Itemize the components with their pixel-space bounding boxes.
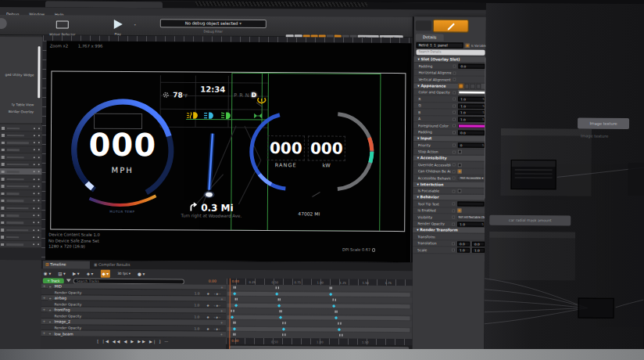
- eye-icon[interactable]: [34, 171, 35, 173]
- property-bind-box[interactable]: [452, 249, 455, 252]
- details-value-field[interactable]: 1.0: [458, 97, 485, 102]
- transport-control-1[interactable]: |◀: [102, 339, 110, 344]
- lock-icon[interactable]: [38, 178, 40, 180]
- eye-icon[interactable]: [34, 142, 35, 143]
- window-tab[interactable]: [45, 1, 163, 8]
- hierarchy-row[interactable]: [0, 168, 42, 176]
- widget-reflector-button[interactable]: Widget Reflector: [45, 16, 80, 34]
- hierarchy-row[interactable]: [0, 124, 42, 132]
- add-track-button[interactable]: + Track: [43, 278, 64, 283]
- property-bind-box[interactable]: [453, 144, 456, 147]
- sequencer-toolbar-icon-0[interactable]: ◉ ▾: [44, 269, 51, 277]
- eye-icon[interactable]: [34, 157, 35, 158]
- property-bind-box[interactable]: [453, 164, 456, 167]
- eye-icon[interactable]: [33, 200, 34, 202]
- details-value-field-x[interactable]: 0.0: [457, 241, 470, 246]
- is-variable-checkbox[interactable]: [466, 44, 470, 48]
- hierarchy-row[interactable]: [0, 190, 42, 198]
- add-section-icon[interactable]: +: [220, 286, 224, 290]
- property-bind-box[interactable]: [452, 222, 455, 225]
- transport-control-5[interactable]: ▶▶: [138, 339, 147, 344]
- eye-icon[interactable]: [34, 178, 35, 180]
- sequencer-toolbar-icon-1[interactable]: ▤ ▾: [58, 269, 66, 277]
- dpi-settings-icon[interactable]: [372, 248, 376, 252]
- palette-item-1[interactable]: ty Table View: [12, 103, 34, 106]
- eye-icon[interactable]: [34, 149, 35, 151]
- details-value-field-x[interactable]: 1.0: [457, 248, 470, 253]
- add-keyframe-icon[interactable]: ◆: [207, 315, 209, 319]
- transport-control-4[interactable]: ▶: [131, 339, 135, 344]
- details-search-input[interactable]: Search Details: [417, 49, 485, 55]
- add-keyframe-icon[interactable]: ◆: [207, 292, 209, 296]
- keyframe-marker[interactable]: [233, 292, 236, 295]
- property-bind-box[interactable]: [453, 117, 456, 121]
- lock-icon[interactable]: [38, 193, 39, 194]
- details-value-field-y[interactable]: 1.0: [472, 248, 485, 253]
- align-button-2[interactable]: [470, 84, 475, 89]
- details-value-field-y[interactable]: 0.0: [472, 241, 485, 246]
- eye-icon[interactable]: [33, 236, 34, 238]
- details-value-field[interactable]: 1.0: [457, 221, 484, 226]
- align-button-0[interactable]: [458, 84, 463, 89]
- sequencer-toolbar-icon-6[interactable]: ● ▾: [138, 270, 145, 278]
- details-value-field[interactable]: 0.0: [458, 130, 485, 135]
- transport-control-3[interactable]: ◀: [123, 339, 128, 344]
- expander-icon[interactable]: +: [43, 308, 46, 312]
- hierarchy-row[interactable]: [0, 204, 41, 212]
- lock-icon[interactable]: [38, 149, 40, 151]
- designer-mode-button[interactable]: [433, 19, 469, 32]
- property-bind-box[interactable]: [452, 203, 455, 206]
- hierarchy-row[interactable]: [0, 146, 42, 154]
- property-bind-box[interactable]: [453, 78, 456, 81]
- details-value-field[interactable]: 0: [458, 143, 485, 148]
- details-value-field[interactable]: 0.0: [458, 64, 485, 69]
- palette-item-2[interactable]: Border Overlay: [9, 110, 34, 113]
- eye-icon[interactable]: [33, 214, 34, 216]
- filter-icon[interactable]: [66, 279, 71, 282]
- sequencer-toolbar-icon-2[interactable]: ▶ ▾: [73, 270, 80, 278]
- lock-icon[interactable]: [38, 207, 39, 209]
- add-keyframe-icon[interactable]: ◆: [206, 327, 209, 331]
- align-button-1[interactable]: [464, 84, 470, 89]
- property-bind-box[interactable]: [453, 150, 456, 153]
- opacity-section-bar[interactable]: [227, 315, 410, 320]
- checkbox[interactable]: [458, 150, 462, 154]
- add-section-icon[interactable]: +: [220, 309, 224, 313]
- eye-icon[interactable]: [33, 244, 34, 246]
- tab-timeline[interactable]: ▤ Timeline: [43, 261, 90, 268]
- play-button[interactable]: Play: [108, 17, 128, 34]
- palette-scrollbar[interactable]: [38, 46, 40, 98]
- details-value-field[interactable]: 1.0: [458, 117, 485, 121]
- sequencer-toolbar-icon-5[interactable]: 30 fps ▾: [117, 270, 131, 278]
- hierarchy-row[interactable]: [0, 233, 41, 241]
- widget-name-field[interactable]: Retrd_1_1_panel: [417, 42, 463, 48]
- lock-icon[interactable]: [38, 157, 40, 158]
- transport-control-7[interactable]: ]: [159, 339, 162, 344]
- timeline-track-area[interactable]: [226, 285, 412, 339]
- prev-next-key-icons[interactable]: ‹◆›: [214, 315, 221, 319]
- expander-icon[interactable]: +: [43, 296, 46, 300]
- lock-icon[interactable]: [38, 185, 40, 187]
- checkbox[interactable]: [458, 163, 462, 167]
- expander-icon[interactable]: +: [42, 320, 45, 324]
- checkbox[interactable]: [458, 170, 462, 174]
- details-value-field[interactable]: 1.0: [458, 103, 485, 108]
- property-bind-box[interactable]: [453, 91, 456, 94]
- hierarchy-row[interactable]: [0, 160, 42, 168]
- property-bind-box[interactable]: [453, 124, 456, 128]
- designer-canvas[interactable]: Zoom x2 1,767 x 996 Device Content Scale…: [45, 41, 412, 262]
- color-swatch[interactable]: [458, 124, 486, 128]
- property-bind-box[interactable]: [452, 242, 455, 245]
- add-keyframe-icon[interactable]: ◆: [207, 304, 209, 308]
- property-bind-box[interactable]: [453, 98, 456, 101]
- details-value-field[interactable]: 1.0: [458, 110, 485, 115]
- palette-item-0[interactable]: ged Utility Widge: [5, 73, 34, 77]
- hierarchy-row[interactable]: [0, 212, 41, 220]
- lock-icon[interactable]: [38, 244, 39, 246]
- hierarchy-row[interactable]: [0, 182, 42, 190]
- lock-icon[interactable]: [38, 142, 40, 143]
- property-bind-box[interactable]: [453, 111, 456, 114]
- lock-icon[interactable]: [38, 200, 39, 202]
- prev-next-key-icons[interactable]: ‹◆›: [214, 292, 221, 296]
- lock-icon[interactable]: [38, 128, 40, 129]
